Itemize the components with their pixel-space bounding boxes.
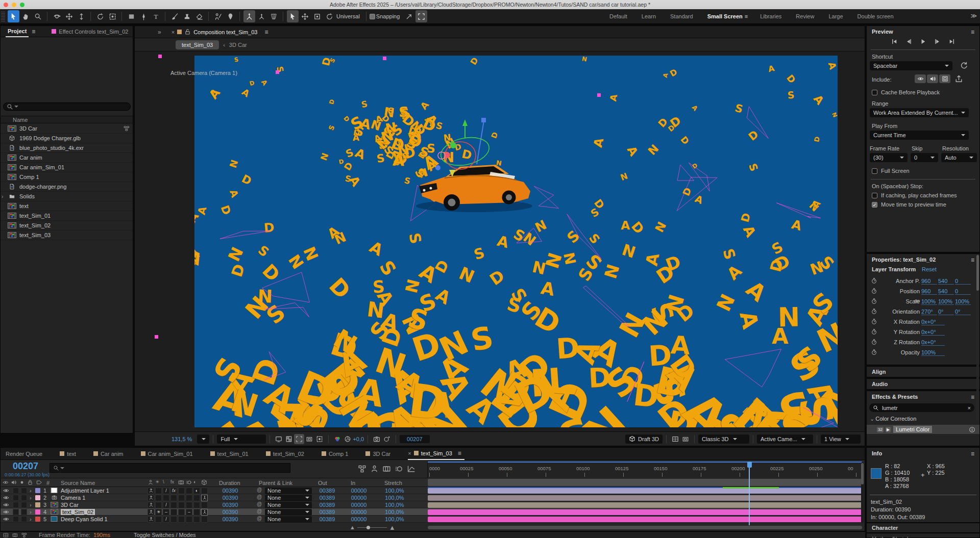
- status-layers-icon[interactable]: [12, 532, 18, 538]
- switch-empty[interactable]: [186, 516, 192, 523]
- layer-name[interactable]: 3D Car: [61, 502, 79, 508]
- full-screen-checkbox[interactable]: [872, 168, 877, 174]
- skip-dropdown[interactable]: 0: [911, 153, 938, 162]
- switch-header-sun-icon[interactable]: ☀: [155, 479, 162, 486]
- switch-empty[interactable]: [163, 495, 169, 501]
- project-panel-menu-icon[interactable]: ≡: [32, 28, 35, 35]
- timeline-vertical-scrollbar[interactable]: [861, 462, 864, 523]
- transparency-grid-icon[interactable]: [284, 434, 294, 444]
- share-preview-icon[interactable]: [954, 74, 963, 83]
- region-of-interest-icon[interactable]: [294, 434, 304, 444]
- switch-header-half-icon[interactable]: ◐: [193, 479, 200, 486]
- switch-shy[interactable]: [148, 509, 154, 516]
- parent-link-header[interactable]: Parent & Link: [259, 480, 292, 486]
- toggle-well[interactable]: [13, 509, 19, 515]
- pan-camera-tool[interactable]: [63, 10, 75, 22]
- project-search-input[interactable]: [3, 103, 131, 111]
- toggle-well[interactable]: [13, 502, 19, 508]
- rectangle-tool[interactable]: [126, 10, 137, 22]
- project-item-car-anim-sim-01[interactable]: Car anim_Sim_01: [1, 163, 133, 172]
- timeline-tab-car-anim[interactable]: Car anim: [93, 448, 124, 460]
- toggle-well[interactable]: [21, 488, 27, 494]
- pickwhip-icon[interactable]: @: [257, 494, 262, 500]
- timeline-tab-render-queue[interactable]: Render Queue: [6, 448, 42, 460]
- project-item-text-sim-02[interactable]: text_Sim_02: [1, 221, 133, 230]
- label-column-icon[interactable]: [36, 479, 43, 486]
- tab-project[interactable]: Project: [6, 26, 29, 37]
- audio-column-icon[interactable]: [11, 479, 17, 486]
- gizmo-select[interactable]: [287, 10, 299, 22]
- transform-value[interactable]: 960: [921, 288, 937, 295]
- exposure-value[interactable]: +0,0: [353, 436, 364, 442]
- transform-value[interactable]: 100%: [921, 298, 937, 305]
- time-ruler[interactable]: 0000000250005000075001000012500150001750…: [427, 461, 862, 478]
- layer-name[interactable]: text_Sim_02: [61, 509, 95, 515]
- switch-header-shy-icon[interactable]: [148, 479, 154, 486]
- switch-header-fx-icon[interactable]: fx: [170, 479, 177, 486]
- pen-tool[interactable]: [138, 10, 150, 22]
- timeline-search-input[interactable]: [50, 463, 290, 473]
- timeline-navigator[interactable]: [428, 526, 862, 529]
- magnification-value[interactable]: 131,5 %: [172, 436, 192, 442]
- switch-empty[interactable]: [193, 516, 200, 523]
- view-menu-dropdown[interactable]: Active Came...: [757, 434, 813, 444]
- timeline-tab-text[interactable]: text: [60, 448, 76, 460]
- layer-duration-bar[interactable]: [428, 488, 862, 494]
- project-item-blue-photo-studio-4k-exr[interactable]: blue_photo_studio_4k.exr: [1, 143, 133, 153]
- in-value[interactable]: 00000: [346, 488, 372, 494]
- resolution-dropdown[interactable]: Full: [217, 434, 266, 444]
- resolution-preview-dropdown[interactable]: Auto: [941, 153, 977, 162]
- lock-column-icon[interactable]: [27, 479, 34, 486]
- selection-tool[interactable]: [8, 10, 19, 22]
- workspace-standard[interactable]: Standard: [663, 13, 700, 19]
- layer-duration-bar[interactable]: [428, 502, 862, 508]
- switch-header-mblur-icon[interactable]: [186, 479, 192, 486]
- world-axis-mode[interactable]: [256, 10, 267, 22]
- always-preview-icon[interactable]: [274, 434, 284, 444]
- switch-empty[interactable]: [178, 516, 185, 523]
- workspace-learn[interactable]: Learn: [634, 13, 663, 19]
- transform-value[interactable]: 540: [938, 278, 954, 285]
- workspace-review[interactable]: Review: [789, 13, 821, 19]
- timeline-zoom-control[interactable]: ▲▲: [350, 524, 401, 530]
- transform-value[interactable]: 0°: [955, 309, 971, 315]
- viewer-pasteboard[interactable]: DDASASSSDNSSNSDANSASDANDANSNDSSDSSDDNDDD…: [135, 52, 865, 432]
- switch-empty[interactable]: [170, 509, 177, 516]
- panel-overflow-icon[interactable]: »: [158, 29, 161, 36]
- transform-value[interactable]: 100%: [938, 298, 954, 305]
- toggle-well[interactable]: [13, 516, 19, 522]
- project-item-solids[interactable]: ›Solids: [1, 192, 133, 201]
- switch-axis[interactable]: [201, 509, 208, 516]
- transform-value[interactable]: 0: [955, 278, 971, 285]
- out-value[interactable]: 00389: [314, 509, 340, 515]
- rotation-tool[interactable]: [94, 10, 106, 22]
- duration-value[interactable]: 00390: [215, 495, 246, 501]
- type-tool[interactable]: T: [150, 10, 162, 22]
- next-frame-button[interactable]: [933, 37, 943, 45]
- eraser-tool[interactable]: [193, 10, 205, 22]
- layer-row-deep-cyan-solid-1[interactable]: ›5Deep Cyan Solid 1/00390@None0038900000…: [1, 516, 862, 523]
- parent-dropdown[interactable]: None: [265, 502, 312, 508]
- breadcrumb-current[interactable]: text_Sim_03: [176, 40, 219, 49]
- transform-value[interactable]: 0°: [938, 309, 954, 315]
- clear-search-icon[interactable]: ×: [968, 405, 971, 411]
- out-value[interactable]: 00389: [314, 495, 340, 501]
- switch-empty[interactable]: [186, 502, 192, 508]
- comp-panel-menu-icon[interactable]: ≡: [264, 29, 268, 36]
- extended-viewer-icon[interactable]: [680, 434, 691, 444]
- switch-empty[interactable]: [178, 509, 185, 516]
- switch-empty[interactable]: [201, 502, 208, 508]
- magnification-dropdown[interactable]: [197, 434, 209, 444]
- switch-header-slash-icon[interactable]: \: [163, 479, 169, 486]
- stretch-value[interactable]: 100,0%: [378, 495, 411, 501]
- out-value[interactable]: 00389: [314, 502, 340, 508]
- label-color-chip[interactable]: [35, 517, 40, 522]
- include-audio-icon[interactable]: [927, 74, 938, 83]
- motion-sketch-panel[interactable]: Motion Sketch: [867, 534, 979, 538]
- layer-duration-bar[interactable]: [428, 517, 862, 522]
- clone-stamp-tool[interactable]: [181, 10, 193, 22]
- stretch-value[interactable]: 100,0%: [378, 509, 411, 515]
- snapshot-icon[interactable]: [372, 434, 382, 444]
- include-overlays-icon[interactable]: [939, 74, 950, 83]
- switch-half[interactable]: ◐: [193, 488, 200, 494]
